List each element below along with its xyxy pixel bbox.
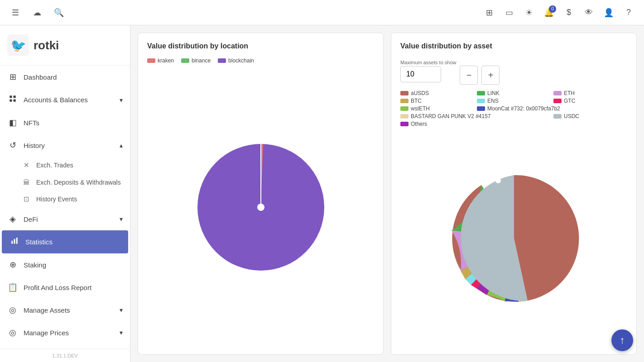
topbar: ☰ ☁ 🔍 ⊞ ▭ ☀ 🔔 0 $ 👁 👤 ? (0, 0, 644, 25)
sidebar-item-manage-assets[interactable]: ◎ Manage Assets ▾ (0, 299, 130, 321)
sidebar-item-dashboard[interactable]: ⊞ Dashboard (0, 66, 130, 88)
profit-loss-icon: 📋 (7, 282, 18, 292)
brightness-button[interactable]: ☀ (521, 5, 537, 21)
max-assets-input[interactable] (400, 66, 441, 82)
sidebar-item-nfts[interactable]: ◧ NFTs (0, 111, 130, 134)
sidebar-item-label: Manage Prices (24, 329, 69, 337)
others-label: Others (411, 121, 427, 127)
sidebar-item-label: Statistics (25, 238, 53, 246)
chevron-up-icon: ▴ (120, 142, 123, 149)
sidebar-toggle-button[interactable]: ▭ (501, 5, 517, 21)
svg-rect-2 (10, 100, 12, 102)
sidebar-item-history-events[interactable]: ⊡ History Events (0, 191, 130, 208)
legend-item-ens: ENS (477, 98, 551, 104)
sidebar-item-label: Dashboard (24, 73, 57, 81)
search-button[interactable]: 🔍 (51, 5, 67, 21)
sidebar-item-history[interactable]: ↺ History ▴ (0, 134, 130, 157)
decrement-button[interactable]: − (460, 66, 478, 85)
sidebar-item-exch-trades[interactable]: ✕ Exch. Trades (0, 157, 130, 174)
location-legend: kraken binance blockchain (147, 57, 374, 64)
wsteth-color (400, 106, 409, 111)
sidebar-item-label: DeFi (24, 215, 38, 223)
max-assets-input-wrap: Maximum assets to show (400, 60, 456, 82)
legend-item-gtc: GTC (553, 98, 627, 104)
link-color (477, 91, 485, 95)
max-assets-label: Maximum assets to show (400, 60, 456, 65)
svg-rect-4 (11, 241, 13, 244)
menu-button[interactable]: ☰ (7, 5, 24, 21)
eth-label: ETH (564, 90, 575, 96)
sidebar-item-label: Profit And Loss Report (24, 284, 91, 291)
usdc-color (553, 114, 562, 119)
profile-button[interactable]: 👤 (601, 5, 617, 21)
topbar-left: ☰ ☁ 🔍 (7, 5, 67, 21)
btc-color (400, 99, 409, 103)
exch-trades-icon: ✕ (22, 161, 31, 169)
eth-color (553, 91, 562, 95)
nfts-icon: ◧ (7, 118, 18, 128)
mooncat-label: MoonCat #732: 0x0079cfa7b2 (487, 105, 560, 112)
mooncat-color (477, 106, 485, 111)
location-pie-chart (188, 135, 333, 280)
asset-legend: aUSDS LINK ETH BTC ENS (400, 90, 627, 127)
legend-item-mooncat: MoonCat #732: 0x0079cfa7b2 (477, 105, 627, 112)
legend-item-usdc: USDC (553, 113, 627, 119)
display-button[interactable]: ⊞ (481, 5, 497, 21)
logo-icon: 🐦 (7, 34, 29, 56)
sidebar-item-statistics[interactable]: Statistics (2, 230, 128, 253)
sidebar-item-accounts-balances[interactable]: Accounts & Balances ▾ (0, 88, 130, 111)
sidebar-item-staking[interactable]: ⊕ Staking (0, 253, 130, 276)
eye-button[interactable]: 👁 (581, 5, 597, 21)
legend-item-ausdc: aUSDS (400, 90, 474, 96)
svg-rect-1 (14, 95, 16, 98)
sidebar-item-label: Accounts & Balances (24, 96, 88, 104)
location-chart-area (147, 69, 374, 345)
max-assets-row: Maximum assets to show − + (400, 57, 627, 85)
legend-item-others: Others (400, 121, 474, 127)
sidebar-item-defi[interactable]: ◈ DeFi ▾ (0, 208, 130, 230)
sub-item-label: History Events (36, 195, 77, 203)
others-color (400, 122, 409, 126)
btc-label: BTC (411, 98, 422, 104)
blockchain-color (218, 58, 226, 63)
sub-item-label: Exch. Trades (36, 162, 73, 169)
svg-rect-6 (16, 238, 18, 244)
notification-badge: 0 (549, 5, 556, 13)
manage-prices-icon: ◎ (7, 328, 18, 338)
help-button[interactable]: ? (620, 5, 637, 21)
cloud-button[interactable]: ☁ (29, 5, 45, 21)
legend-item-bastard: BASTARD GAN PUNK V2 #4157 (400, 113, 551, 119)
svg-rect-5 (14, 239, 15, 244)
sidebar-item-exch-deposits[interactable]: 🏛 Exch. Deposits & Withdrawals (0, 174, 130, 191)
topbar-right: ⊞ ▭ ☀ 🔔 0 $ 👁 👤 ? (481, 5, 637, 21)
bastard-color (400, 114, 409, 119)
manage-assets-icon: ◎ (7, 305, 18, 315)
kraken-color (147, 58, 155, 63)
blockchain-label: blockchain (228, 57, 254, 64)
legend-item-binance: binance (181, 57, 211, 64)
increment-button[interactable]: + (481, 66, 500, 85)
gtc-label: GTC (564, 98, 575, 104)
history-icon: ↺ (7, 140, 18, 150)
asset-chart-title: Value distribution by asset (400, 42, 627, 50)
dollar-button[interactable]: $ (561, 5, 577, 21)
app-name: rotki (34, 38, 59, 52)
scroll-up-button[interactable]: ↑ (611, 329, 633, 351)
svg-rect-3 (14, 100, 16, 102)
app-body: 🐦 rotki ⊞ Dashboard Accounts & Balances … (0, 25, 644, 362)
sidebar-item-label: NFTs (24, 119, 39, 127)
defi-icon: ◈ (7, 214, 18, 224)
sidebar-item-profit-loss[interactable]: 📋 Profit And Loss Report (0, 276, 130, 299)
location-chart-title: Value distribution by location (147, 42, 374, 50)
sidebar-item-manage-prices[interactable]: ◎ Manage Prices ▾ (0, 321, 130, 344)
binance-label: binance (192, 57, 211, 64)
kraken-label: kraken (158, 57, 174, 64)
binance-color (181, 58, 189, 63)
ausdc-label: aUSDS (411, 90, 429, 96)
chevron-down-icon: ▾ (120, 306, 123, 314)
legend-item-eth: ETH (553, 90, 627, 96)
dashboard-icon: ⊞ (7, 72, 18, 82)
sidebar-logo: 🐦 rotki (0, 25, 130, 66)
sidebar-item-label: History (24, 142, 45, 149)
notifications-button[interactable]: 🔔 0 (541, 5, 557, 21)
